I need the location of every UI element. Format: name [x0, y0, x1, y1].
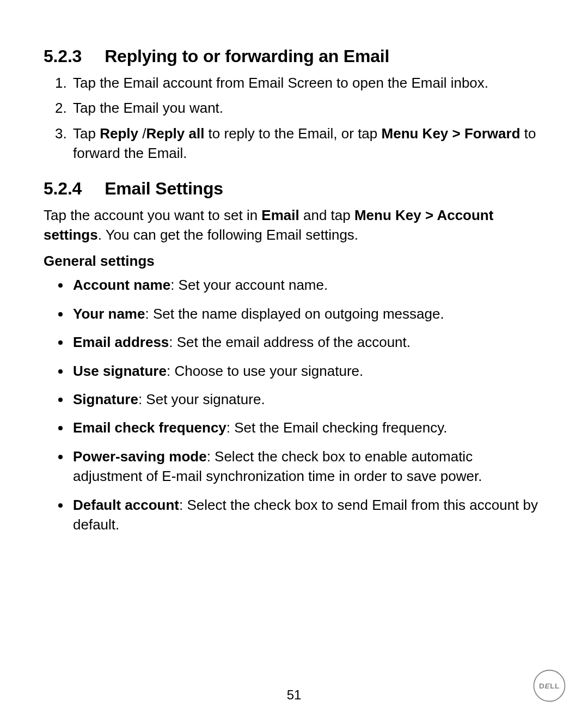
- section-title: Replying to or forwarding an Email: [105, 46, 389, 66]
- section-title: Email Settings: [105, 179, 223, 198]
- list-item: Default account: Select the check box to…: [71, 495, 544, 535]
- dell-logo-icon: DELL: [532, 669, 566, 703]
- list-item: Signature: Set your signature.: [71, 389, 544, 409]
- section-heading-2: 5.2.4Email Settings: [44, 179, 544, 199]
- section-heading-1: 5.2.3Replying to or forwarding an Email: [44, 46, 544, 66]
- list-item: Email check frequency: Set the Email che…: [71, 418, 544, 437]
- list-item: Email address: Set the email address of …: [71, 332, 544, 352]
- list-item: Your name: Set the name displayed on out…: [71, 304, 544, 324]
- section-number: 5.2.3: [44, 46, 82, 66]
- list-item: Use signature: Choose to use your signat…: [71, 361, 544, 381]
- step-item: Tap Reply /Reply all to reply to the Ema…: [71, 124, 544, 163]
- step-item: Tap the Email account from Email Screen …: [71, 73, 544, 93]
- document-page: 5.2.3Replying to or forwarding an Email …: [0, 0, 588, 534]
- section-number: 5.2.4: [44, 179, 82, 199]
- list-item: Account name: Set your account name.: [71, 275, 544, 295]
- page-number: 51: [0, 687, 588, 703]
- svg-text:DELL: DELL: [539, 682, 560, 690]
- list-item: Power-saving mode: Select the check box …: [71, 447, 544, 486]
- subheading-general-settings: General settings: [44, 253, 544, 270]
- bullet-list: Account name: Set your account name. You…: [44, 275, 544, 534]
- step-item: Tap the Email you want.: [71, 98, 544, 118]
- ordered-steps: Tap the Email account from Email Screen …: [44, 73, 544, 163]
- intro-paragraph: Tap the account you want to set in Email…: [44, 205, 544, 246]
